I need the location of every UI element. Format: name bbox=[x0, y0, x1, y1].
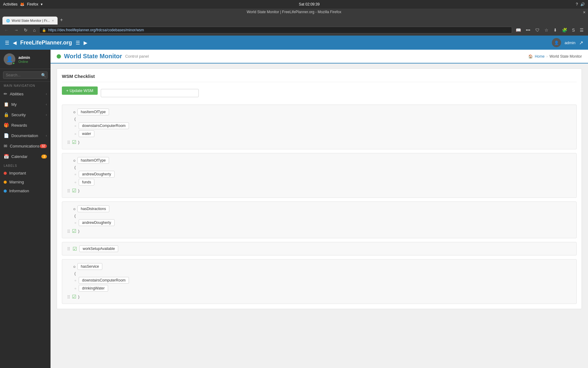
sub-item-row-0-0: ○ downstairsComputerRoom bbox=[74, 122, 571, 129]
close-brace-1: ) bbox=[78, 188, 79, 193]
new-tab-button[interactable]: + bbox=[58, 16, 65, 24]
label-item-warning[interactable]: Warning bbox=[0, 178, 51, 186]
page-title-row: World State Monitor Control panel bbox=[57, 53, 149, 60]
tab-close-btn[interactable]: × bbox=[52, 19, 54, 22]
firefox-icon: 🦊 bbox=[20, 2, 24, 6]
shield-btn[interactable]: 🛡 bbox=[533, 27, 541, 33]
header-avatar: 👤 bbox=[552, 38, 561, 47]
app-layout: ☰ ◀ FreeLifePlanner.org ☰ ▶ 👤 admin ↗ 👤 … bbox=[0, 36, 588, 368]
labels-section-label: LABELS bbox=[0, 162, 51, 169]
checklist-simple-3: ⠿ ☑ workSetupAvailable bbox=[62, 242, 577, 255]
prev-btn[interactable]: ◀ bbox=[13, 40, 17, 46]
browser-close-btn[interactable]: × bbox=[583, 10, 586, 15]
open-brace-4: ( bbox=[67, 271, 571, 276]
sidebar-item-abilities[interactable]: ✏ Abilities ‹ bbox=[0, 89, 51, 99]
nav-actions: 📖 ••• 🛡 ☆ ⬇ 🧩 S ☰ bbox=[514, 27, 586, 33]
sidebar-item-documentation[interactable]: 📄 Documentation ‹ bbox=[0, 130, 51, 141]
checkbox-0[interactable]: ☑ bbox=[72, 139, 76, 145]
sub-item-row-4-0: ○ downstairsComputerRoom bbox=[74, 277, 571, 284]
checklist-group-2: ○ hasDistractions ( ○ andrewDougherty bbox=[62, 201, 577, 238]
function-tag-1[interactable]: hasItemOfType bbox=[77, 157, 109, 164]
user-status-dot bbox=[12, 62, 15, 65]
important-dot bbox=[4, 172, 7, 175]
sidebar-item-calendar[interactable]: 📅 Calendar 3 bbox=[0, 151, 51, 162]
drag-handle-2[interactable]: ⠿ bbox=[67, 229, 70, 234]
menu-btn[interactable]: ☰ bbox=[578, 27, 586, 33]
sidebar-item-communications[interactable]: ✉ Communications 32 bbox=[0, 141, 51, 151]
drag-handle-3[interactable]: ⠿ bbox=[67, 247, 70, 251]
label-item-important[interactable]: Important bbox=[0, 169, 51, 178]
function-tag-3[interactable]: workSetupAvailable bbox=[79, 245, 118, 252]
search-icon-btn[interactable]: 🔍 bbox=[41, 73, 46, 78]
extensions-btn[interactable]: 🧩 bbox=[560, 27, 569, 33]
back-button[interactable]: ← bbox=[2, 27, 10, 33]
checkbox-3[interactable]: ☑ bbox=[73, 246, 77, 252]
rewards-icon: 🎁 bbox=[4, 123, 9, 128]
sub-tag-2-0[interactable]: andrewDougherty bbox=[79, 219, 115, 226]
address-bar[interactable]: 🔒 https://dev.freelifeplanner.org/frdcsa… bbox=[39, 27, 512, 33]
browser-tab-active[interactable]: 🌐 World State Monitor | Fr... × bbox=[2, 17, 58, 25]
breadcrumb-current: World State Monitor bbox=[549, 54, 582, 59]
calendar-icon: 📅 bbox=[4, 154, 9, 159]
security-label: Security bbox=[11, 113, 26, 117]
sidebar-search-container: 🔍 bbox=[0, 69, 51, 82]
function-tag-2[interactable]: hasDistractions bbox=[77, 205, 109, 212]
update-wsm-button[interactable]: + Update WSM bbox=[62, 86, 98, 95]
sidebar-item-calendar-left: 📅 Calendar bbox=[4, 154, 28, 159]
sub-tag-1-0[interactable]: andrewDougherty bbox=[79, 171, 115, 178]
user-avatar: 👤 bbox=[4, 53, 15, 65]
forward-button[interactable]: → bbox=[12, 27, 20, 33]
wsm-input-field[interactable] bbox=[101, 89, 199, 97]
more-btn[interactable]: ••• bbox=[524, 27, 532, 33]
drag-handle-1[interactable]: ⠿ bbox=[67, 189, 70, 194]
function-tag-0[interactable]: hasItemOfType bbox=[77, 109, 109, 115]
user-info: admin Online bbox=[18, 55, 30, 63]
calendar-badge: 3 bbox=[41, 155, 47, 159]
checkbox-4[interactable]: ☑ bbox=[72, 294, 76, 300]
sidebar-item-rewards[interactable]: 🎁 Rewards bbox=[0, 120, 51, 130]
next-btn[interactable]: ▶ bbox=[84, 40, 87, 46]
page-subtitle: Control panel bbox=[125, 54, 149, 59]
sub-tag-0-0[interactable]: downstairsComputerRoom bbox=[79, 122, 129, 129]
drag-handle-0[interactable]: ⠿ bbox=[67, 140, 70, 145]
bookmark-btn[interactable]: ☆ bbox=[543, 27, 550, 33]
sub-bullet-1-1: ○ bbox=[74, 181, 76, 184]
reload-button[interactable]: ↻ bbox=[22, 27, 29, 33]
sub-tag-1-1[interactable]: funds bbox=[79, 179, 94, 186]
browser-nav-bar: ← → ↻ ⌂ 🔒 https://dev.freelifeplanner.or… bbox=[0, 25, 588, 36]
home-button[interactable]: ⌂ bbox=[31, 27, 37, 33]
documentation-chevron: ‹ bbox=[46, 134, 47, 137]
activities-label[interactable]: Activities bbox=[3, 2, 17, 6]
wsm-checklist-card: WSM Checklist + Update WSM ○ hasItemOfTy… bbox=[57, 68, 582, 309]
browser-window-title: World State Monitor | FreeLifePlanner.or… bbox=[247, 10, 341, 14]
checkbox-1[interactable]: ☑ bbox=[72, 188, 76, 194]
download-btn[interactable]: ⬇ bbox=[552, 27, 559, 33]
sub-tag-0-1[interactable]: water bbox=[79, 130, 94, 137]
sub-items-0: ○ downstairsComputerRoom ○ water bbox=[67, 122, 571, 137]
abilities-icon: ✏ bbox=[4, 91, 7, 96]
security-chevron: ‹ bbox=[46, 113, 47, 117]
os-bar-left: Activities 🦊 Firefox ▾ bbox=[3, 2, 43, 6]
browser-title-bar: World State Monitor | FreeLifePlanner.or… bbox=[0, 9, 588, 15]
bullet-2: ○ bbox=[73, 207, 76, 211]
firefox-label[interactable]: Firefox bbox=[27, 2, 38, 6]
sidebar-item-abilities-left: ✏ Abilities bbox=[4, 91, 24, 96]
my-label: My bbox=[11, 102, 17, 107]
sub-tag-4-0[interactable]: downstairsComputerRoom bbox=[79, 277, 129, 284]
profile-s-btn[interactable]: S bbox=[570, 27, 577, 33]
sub-tag-4-1[interactable]: drinkingWater bbox=[79, 285, 108, 292]
breadcrumb-home-link[interactable]: Home bbox=[535, 54, 545, 59]
sub-item-row-1-0: ○ andrewDougherty bbox=[74, 171, 571, 178]
function-tag-4[interactable]: hasService bbox=[77, 263, 102, 270]
label-item-information[interactable]: Information bbox=[0, 186, 51, 195]
hamburger-menu-btn[interactable]: ☰ bbox=[5, 40, 9, 46]
share-btn[interactable]: ↗ bbox=[579, 40, 583, 46]
checkbox-2[interactable]: ☑ bbox=[72, 228, 76, 234]
reader-view-btn[interactable]: 📖 bbox=[514, 27, 523, 33]
sidebar-item-security[interactable]: 🔒 Security ‹ bbox=[0, 109, 51, 120]
sidebar-item-my[interactable]: 📋 My ‹ bbox=[0, 99, 51, 109]
list-btn[interactable]: ☰ bbox=[76, 40, 80, 46]
wsm-checklist-title: WSM Checklist bbox=[62, 74, 577, 82]
main-content: World State Monitor Control panel 🏠 Home… bbox=[51, 50, 588, 368]
drag-handle-4[interactable]: ⠿ bbox=[67, 295, 70, 300]
